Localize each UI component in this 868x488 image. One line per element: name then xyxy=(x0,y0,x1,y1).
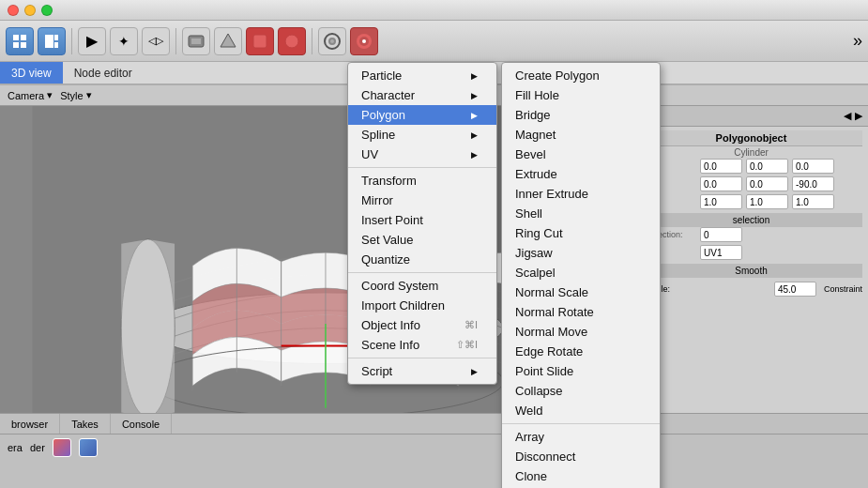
pos-x[interactable] xyxy=(700,159,742,174)
angle-value[interactable] xyxy=(774,282,816,297)
character-arrow-icon: ▶ xyxy=(471,91,478,100)
menu-uv[interactable]: UV ▶ xyxy=(348,145,496,164)
jigsaw-label: Jigsaw xyxy=(515,246,553,260)
bevel-label: Bevel xyxy=(515,147,546,161)
tab-3dview[interactable]: 3D view xyxy=(0,62,63,84)
submenu-fill-hole[interactable]: Fill Hole xyxy=(502,85,660,105)
toolbar-view-btn[interactable] xyxy=(38,27,66,55)
submenu-weld[interactable]: Weld xyxy=(502,401,660,420)
avatar-icon2[interactable] xyxy=(79,438,98,457)
submenu-inner-extrude[interactable]: Inner Extrude xyxy=(502,184,660,204)
submenu-jigsaw[interactable]: Jigsaw xyxy=(502,243,660,263)
submenu-bevel[interactable]: Bevel xyxy=(502,145,660,164)
maximize-button[interactable] xyxy=(41,5,53,16)
particle-arrow-icon: ▶ xyxy=(471,71,478,81)
scene-info-shortcut: ⇧⌘I xyxy=(456,339,478,351)
rot-y[interactable] xyxy=(746,176,788,191)
submenu-create-polygon[interactable]: Create Polygon xyxy=(502,66,660,85)
submenu-edge-rotate[interactable]: Edge Rotate xyxy=(502,342,660,361)
render-btn[interactable] xyxy=(350,27,378,55)
menu-spline[interactable]: Spline ▶ xyxy=(348,125,496,145)
separator3 xyxy=(312,28,312,54)
move-tool-btn[interactable]: ✦ xyxy=(110,27,138,55)
style-chevron-icon: ▾ xyxy=(86,89,92,101)
submenu-normal-scale[interactable]: Normal Scale xyxy=(502,282,660,302)
submenu-scalpel[interactable]: Scalpel xyxy=(502,263,660,282)
menu-object-info[interactable]: Object Info ⌘I xyxy=(348,315,496,335)
scale-z[interactable] xyxy=(792,194,834,209)
menu-set-value[interactable]: Set Value xyxy=(348,230,496,250)
camera-dropdown[interactable]: Camera ▾ xyxy=(8,89,53,101)
tab-console[interactable]: Console xyxy=(111,414,172,434)
select-tool-btn[interactable]: ▶ xyxy=(78,27,106,55)
submenu-magnet[interactable]: Magnet xyxy=(502,125,660,145)
submenu-normal-move[interactable]: Normal Move xyxy=(502,322,660,342)
prop-row-uv: t: xyxy=(640,245,862,260)
fill-hole-label: Fill Hole xyxy=(515,88,559,102)
submenu-normal-rotate[interactable]: Normal Rotate xyxy=(502,302,660,322)
scale-tool-btn[interactable]: ◁▷ xyxy=(142,27,170,55)
scale-x[interactable] xyxy=(700,194,742,209)
submenu-disconnect[interactable]: Disconnect xyxy=(502,447,660,466)
ring-cut-label: Ring Cut xyxy=(515,226,563,240)
obj3-btn[interactable] xyxy=(246,27,274,55)
sel-value[interactable] xyxy=(700,227,742,242)
script-arrow-icon: ▶ xyxy=(471,367,478,376)
pos-y[interactable] xyxy=(746,159,788,174)
menu-transform[interactable]: Transform xyxy=(348,171,496,191)
menu-mirror[interactable]: Mirror xyxy=(348,191,496,210)
menu-script[interactable]: Script ▶ xyxy=(348,361,496,381)
obj2-btn[interactable] xyxy=(214,27,242,55)
properties-header: ties ◀ ▶ xyxy=(634,106,868,127)
style-dropdown[interactable]: Style ▾ xyxy=(60,89,91,101)
svg-rect-6 xyxy=(54,42,58,48)
tab-node-editor[interactable]: Node editor xyxy=(63,62,144,84)
obj1-btn[interactable] xyxy=(182,27,210,55)
polygon-submenu: Create Polygon Fill Hole Bridge Magnet B… xyxy=(501,62,661,488)
menu-particle[interactable]: Particle ▶ xyxy=(348,66,496,85)
camera-label: Camera xyxy=(8,90,44,101)
prop-forward-icon[interactable]: ▶ xyxy=(855,110,862,122)
menu-polygon[interactable]: Polygon ▶ xyxy=(348,105,496,125)
constraint-label: Constraint xyxy=(824,284,862,294)
avatar-icon1[interactable] xyxy=(53,438,71,457)
uv-value[interactable] xyxy=(700,245,742,260)
submenu-ring-cut[interactable]: Ring Cut xyxy=(502,223,660,243)
create-polygon-label: Create Polygon xyxy=(515,69,600,83)
titlebar xyxy=(0,0,868,21)
prop-subtitle: Cylinder xyxy=(640,146,862,159)
rot-z[interactable] xyxy=(792,176,834,191)
main-dropdown-menu: Particle ▶ Character ▶ Polygon ▶ Spline … xyxy=(347,62,497,385)
submenu-collapse[interactable]: Collapse xyxy=(502,381,660,401)
menu-quantize[interactable]: Quantize xyxy=(348,250,496,269)
pos-z[interactable] xyxy=(792,159,834,174)
menu-import-children[interactable]: Import Children xyxy=(348,296,496,315)
menu-character[interactable]: Character ▶ xyxy=(348,85,496,105)
tab-takes[interactable]: Takes xyxy=(60,414,111,434)
cam-btn[interactable] xyxy=(318,27,346,55)
shell-label: Shell xyxy=(515,206,542,221)
submenu-shell[interactable]: Shell xyxy=(502,204,660,223)
prop-back-icon[interactable]: ◀ xyxy=(844,110,851,122)
menu-scene-info[interactable]: Scene Info ⇧⌘I xyxy=(348,335,496,355)
submenu-bridge[interactable]: Bridge xyxy=(502,105,660,125)
prop-row-pos: on: xyxy=(640,159,862,174)
submenu-array[interactable]: Array xyxy=(502,427,660,447)
toolbar-layout-btn[interactable] xyxy=(6,27,34,55)
rot-x[interactable] xyxy=(700,176,742,191)
tab-browser[interactable]: browser xyxy=(0,414,60,434)
scale-y[interactable] xyxy=(746,194,788,209)
minimize-button[interactable] xyxy=(24,5,36,16)
svg-rect-1 xyxy=(21,35,26,40)
submenu-point-slide[interactable]: Point Slide xyxy=(502,361,660,381)
toolbar: ▶ ✦ ◁▷ » xyxy=(0,21,868,62)
menu-spline-label: Spline xyxy=(361,128,395,142)
submenu-extrude[interactable]: Extrude xyxy=(502,164,660,184)
menu-insert-point[interactable]: Insert Point xyxy=(348,210,496,230)
obj4-btn[interactable] xyxy=(278,27,306,55)
menu-coord-system[interactable]: Coord System xyxy=(348,276,496,296)
normal-move-label: Normal Move xyxy=(515,325,587,339)
submenu-clone[interactable]: Clone xyxy=(502,466,660,486)
close-button[interactable] xyxy=(8,5,19,16)
more-btn[interactable]: » xyxy=(853,31,862,51)
